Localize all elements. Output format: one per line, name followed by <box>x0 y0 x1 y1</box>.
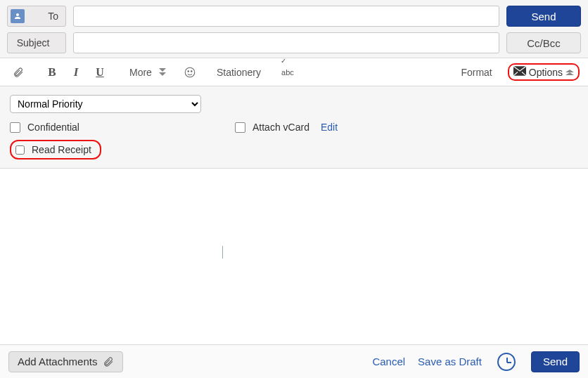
to-label: To <box>48 11 58 22</box>
chevron-down-icon <box>159 68 166 77</box>
subject-label-block: Subject <box>7 32 66 53</box>
format-button[interactable]: Format <box>458 63 494 82</box>
attach-vcard-label: Attach vCard <box>253 122 309 133</box>
formatting-toolbar: B I U More Stationery abc Format Options <box>0 58 588 86</box>
options-label: Options <box>529 67 563 78</box>
edit-vcard-link[interactable]: Edit <box>321 122 338 133</box>
svg-point-1 <box>188 70 189 72</box>
priority-select[interactable]: Normal Priority <box>10 95 201 113</box>
attach-vcard-checkbox[interactable]: Attach vCard Edit <box>235 122 338 133</box>
options-toggle[interactable]: Options <box>508 63 580 81</box>
stationery-button[interactable]: Stationery <box>214 63 264 82</box>
address-book-icon[interactable] <box>11 9 25 23</box>
subject-label: Subject <box>17 37 50 48</box>
underline-button[interactable]: U <box>90 63 110 82</box>
to-input[interactable] <box>73 6 499 27</box>
attach-vcard-checkbox-input[interactable] <box>235 122 245 133</box>
read-receipt-checkbox-input[interactable] <box>15 145 25 155</box>
options-panel: Normal Priority Confidential Attach vCar… <box>0 86 588 169</box>
send-button-bottom[interactable]: Send <box>531 351 580 372</box>
chevron-up-icon <box>565 67 574 78</box>
attachment-icon[interactable] <box>8 63 28 82</box>
options-row-1: Confidential Attach vCard Edit <box>10 122 578 133</box>
paperclip-icon <box>103 356 114 367</box>
more-label: More <box>127 67 155 78</box>
schedule-icon[interactable] <box>497 353 516 371</box>
ccbcc-button[interactable]: Cc/Bcc <box>506 32 581 53</box>
to-label-block[interactable]: To <box>7 6 66 27</box>
confidential-checkbox[interactable]: Confidential <box>10 122 207 133</box>
add-attachments-label: Add Attachments <box>18 356 97 367</box>
read-receipt-checkbox[interactable]: Read Receipt <box>10 140 101 159</box>
message-body[interactable] <box>0 169 588 330</box>
emoji-icon[interactable] <box>180 63 200 82</box>
bold-button[interactable]: B <box>42 63 62 82</box>
compose-footer: Add Attachments Cancel Save as Draft Sen… <box>0 344 588 378</box>
send-button-top[interactable]: Send <box>506 6 581 27</box>
svg-point-2 <box>191 70 192 72</box>
read-receipt-label: Read Receipt <box>32 144 91 155</box>
options-row-2: Read Receipt <box>10 133 578 159</box>
spellcheck-icon[interactable]: abc <box>278 63 298 82</box>
more-dropdown[interactable]: More <box>127 63 166 82</box>
save-draft-link[interactable]: Save as Draft <box>418 356 482 367</box>
svg-point-0 <box>185 67 195 77</box>
italic-button[interactable]: I <box>66 63 86 82</box>
subject-row: Subject Cc/Bcc <box>7 32 581 53</box>
confidential-label: Confidential <box>27 122 79 133</box>
subject-input[interactable] <box>73 32 499 53</box>
compose-header: To Send Subject Cc/Bcc <box>0 0 588 58</box>
text-caret <box>222 246 223 259</box>
confidential-checkbox-input[interactable] <box>10 122 20 133</box>
to-row: To Send <box>7 6 581 27</box>
add-attachments-button[interactable]: Add Attachments <box>8 351 123 372</box>
cancel-link[interactable]: Cancel <box>372 356 405 367</box>
mail-icon <box>513 66 526 78</box>
